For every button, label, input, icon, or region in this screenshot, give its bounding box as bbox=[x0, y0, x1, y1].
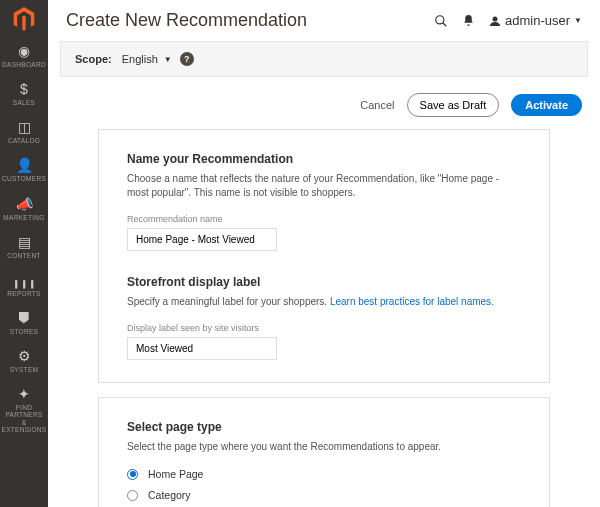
nav-findpartners[interactable]: ✦FIND PARTNERS& EXTENSIONS bbox=[0, 381, 48, 441]
page-type-desc: Select the page type where you want the … bbox=[127, 440, 521, 454]
nav-label: CATALOG bbox=[8, 137, 40, 144]
nav-reports[interactable]: ╻╻╻REPORTS bbox=[0, 267, 48, 305]
nav-icon: ◉ bbox=[18, 44, 30, 58]
nav-system[interactable]: ⚙SYSTEM bbox=[0, 343, 48, 381]
nav-icon: ╻╻╻ bbox=[12, 273, 36, 287]
page-type-panel: Select page type Select the page type wh… bbox=[98, 397, 550, 507]
radio-icon bbox=[127, 469, 138, 480]
nav-marketing[interactable]: 📣MARKETING bbox=[0, 191, 48, 229]
nav-icon: 👤 bbox=[16, 158, 33, 172]
nav-label: MARKETING bbox=[3, 214, 44, 221]
radio-icon bbox=[127, 490, 138, 501]
nav-catalog[interactable]: ◫CATALOG bbox=[0, 114, 48, 152]
nav-label: CUSTOMERS bbox=[2, 175, 46, 182]
radio-label: Home Page bbox=[148, 468, 203, 480]
scope-bar: Scope: English ▼ ? bbox=[60, 41, 588, 77]
nav-icon: 📣 bbox=[16, 197, 33, 211]
scope-value: English bbox=[122, 53, 158, 65]
magento-logo[interactable] bbox=[0, 0, 48, 38]
nav-label: REPORTS bbox=[7, 290, 40, 297]
activate-button[interactable]: Activate bbox=[511, 94, 582, 116]
search-icon[interactable] bbox=[434, 14, 448, 28]
nav-icon: ◫ bbox=[18, 120, 31, 134]
radio-label: Category bbox=[148, 489, 191, 501]
nav-icon: ⛊ bbox=[17, 311, 31, 325]
notifications-icon[interactable] bbox=[462, 14, 475, 27]
nav-customers[interactable]: 👤CUSTOMERS bbox=[0, 152, 48, 190]
account-menu[interactable]: admin-user ▼ bbox=[489, 13, 582, 28]
topbar: Create New Recommendation admin-user ▼ bbox=[48, 0, 600, 41]
scope-selector[interactable]: English ▼ bbox=[122, 53, 180, 65]
name-section-desc: Choose a name that reflects the nature o… bbox=[127, 172, 521, 200]
name-field-label: Recommendation name bbox=[127, 214, 521, 224]
recommendation-panel: Name your Recommendation Choose a name t… bbox=[98, 129, 550, 383]
best-practices-link[interactable]: Learn best practices for label names. bbox=[330, 296, 494, 307]
display-section-desc: Specify a meaningful label for your shop… bbox=[127, 295, 521, 309]
display-label-input[interactable] bbox=[127, 337, 277, 360]
svg-point-2 bbox=[493, 16, 498, 21]
recommendation-name-input[interactable] bbox=[127, 228, 277, 251]
nav-icon: ▤ bbox=[18, 235, 31, 249]
page-type-title: Select page type bbox=[127, 420, 521, 434]
nav-label: DASHBOARD bbox=[2, 61, 46, 68]
nav-label: STORES bbox=[10, 328, 38, 335]
nav-label: SALES bbox=[13, 99, 35, 106]
display-section-title: Storefront display label bbox=[127, 275, 521, 289]
nav-dashboard[interactable]: ◉DASHBOARD bbox=[0, 38, 48, 76]
svg-line-1 bbox=[443, 22, 447, 26]
cancel-button[interactable]: Cancel bbox=[360, 99, 394, 111]
nav-icon: ⚙ bbox=[18, 349, 31, 363]
nav-sales[interactable]: $SALES bbox=[0, 76, 48, 114]
page-type-option-home-page[interactable]: Home Page bbox=[127, 468, 521, 480]
nav-label: FIND PARTNERS& EXTENSIONS bbox=[0, 404, 48, 433]
nav-stores[interactable]: ⛊STORES bbox=[0, 305, 48, 343]
nav-label: SYSTEM bbox=[10, 366, 39, 373]
help-icon[interactable]: ? bbox=[180, 52, 194, 66]
page-type-option-category[interactable]: Category bbox=[127, 489, 521, 501]
scope-label: Scope: bbox=[75, 53, 112, 65]
display-field-label: Display label seen by site visitors bbox=[127, 323, 521, 333]
nav-icon: $ bbox=[20, 82, 28, 96]
main-content: Create New Recommendation admin-user ▼ S… bbox=[48, 0, 600, 507]
admin-sidebar: ◉DASHBOARD$SALES◫CATALOG👤CUSTOMERS📣MARKE… bbox=[0, 0, 48, 507]
save-draft-button[interactable]: Save as Draft bbox=[407, 93, 500, 117]
page-title: Create New Recommendation bbox=[66, 10, 420, 31]
chevron-down-icon: ▼ bbox=[164, 55, 172, 64]
name-section-title: Name your Recommendation bbox=[127, 152, 521, 166]
nav-label: CONTENT bbox=[7, 252, 41, 259]
nav-content[interactable]: ▤CONTENT bbox=[0, 229, 48, 267]
chevron-down-icon: ▼ bbox=[574, 16, 582, 25]
username: admin-user bbox=[505, 13, 570, 28]
nav-icon: ✦ bbox=[18, 387, 30, 401]
svg-point-0 bbox=[436, 15, 444, 23]
action-bar: Cancel Save as Draft Activate bbox=[48, 77, 600, 129]
